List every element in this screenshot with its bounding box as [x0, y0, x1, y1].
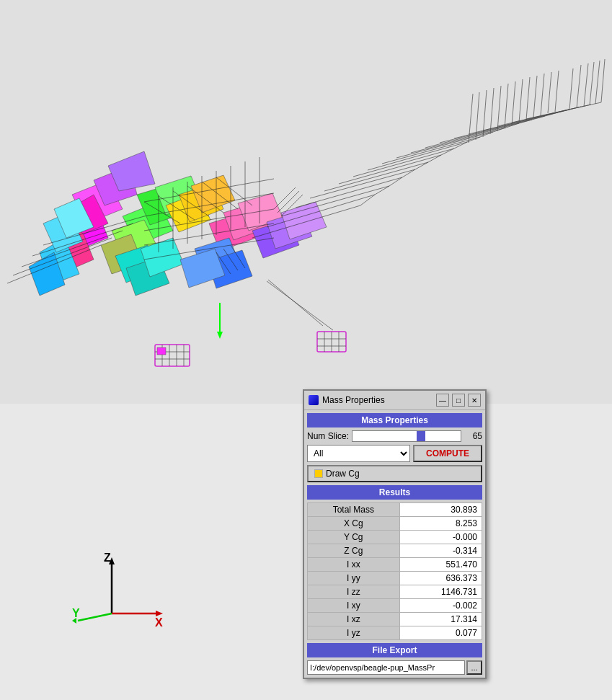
result-value: 30.893 — [399, 503, 482, 517]
table-row: I yy 636.373 — [308, 572, 482, 585]
table-row: I xz 17.314 — [308, 613, 482, 626]
cg-icon — [314, 469, 323, 478]
table-row: I yz 0.077 — [308, 626, 482, 640]
result-value: -0.000 — [399, 531, 482, 544]
svg-line-137 — [78, 613, 112, 621]
result-label: I xz — [308, 613, 400, 626]
result-label: I zz — [308, 585, 400, 599]
result-value: 551.470 — [399, 558, 482, 572]
result-value: -0.314 — [399, 544, 482, 558]
num-slice-label: Num Slice: — [307, 431, 349, 441]
table-row: I xx 551.470 — [308, 558, 482, 572]
svg-text:Z: Z — [104, 551, 111, 564]
mass-properties-header: Mass Properties — [307, 413, 482, 427]
titlebar-left: Mass Properties — [309, 395, 385, 405]
maximize-button[interactable]: □ — [452, 394, 465, 407]
slice-slider[interactable] — [352, 430, 461, 442]
aircraft-mesh — [0, 0, 612, 404]
file-export-header: File Export — [307, 643, 482, 657]
table-row: I zz 1146.731 — [308, 585, 482, 599]
svg-text:X: X — [155, 616, 163, 628]
close-button[interactable]: ✕ — [468, 394, 481, 407]
result-label: I xx — [308, 558, 400, 572]
draw-cg-button[interactable]: Draw Cg — [307, 465, 482, 482]
result-label: I yy — [308, 572, 400, 585]
svg-marker-141 — [156, 611, 163, 616]
num-slice-row: Num Slice: 65 — [307, 430, 482, 442]
minimize-button[interactable]: — — [436, 394, 449, 407]
result-value: 1146.731 — [399, 585, 482, 599]
result-value: 8.253 — [399, 517, 482, 531]
slice-value: 65 — [464, 431, 482, 441]
svg-rect-126 — [157, 347, 166, 355]
file-export-section: File Export ... — [307, 643, 482, 675]
result-value: 636.373 — [399, 572, 482, 585]
results-table: Total Mass 30.893 X Cg 8.253 Y Cg -0.000… — [307, 502, 482, 640]
result-label: I xy — [308, 599, 400, 613]
result-value: 17.314 — [399, 613, 482, 626]
dialog-title: Mass Properties — [322, 395, 385, 405]
result-label: Y Cg — [308, 531, 400, 544]
result-value: 0.077 — [399, 626, 482, 640]
table-row: Total Mass 30.893 — [308, 503, 482, 517]
file-path-input[interactable] — [307, 660, 465, 675]
results-header: Results — [307, 485, 482, 500]
svg-text:Y: Y — [72, 607, 80, 619]
axis-svg: Z Y X — [72, 549, 166, 628]
file-export-row: ... — [307, 660, 482, 675]
dialog-titlebar: Mass Properties — □ ✕ — [304, 391, 485, 410]
dialog-content: Mass Properties Num Slice: 65 All COMPUT… — [304, 410, 485, 678]
table-row: Z Cg -0.314 — [308, 544, 482, 558]
table-row: Y Cg -0.000 — [308, 531, 482, 544]
browse-button[interactable]: ... — [466, 660, 482, 675]
result-label: Z Cg — [308, 544, 400, 558]
mass-properties-dialog: Mass Properties — □ ✕ Mass Properties Nu… — [303, 389, 487, 679]
table-row: X Cg 8.253 — [308, 517, 482, 531]
titlebar-buttons: — □ ✕ — [436, 394, 481, 407]
axis-indicator: Z Y X — [72, 549, 166, 628]
table-row: I xy -0.002 — [308, 599, 482, 613]
result-label: I yz — [308, 626, 400, 640]
result-label: Total Mass — [308, 503, 400, 517]
compute-button[interactable]: COMPUTE — [413, 445, 482, 462]
result-label: X Cg — [308, 517, 400, 531]
scope-select[interactable]: All — [307, 445, 410, 462]
result-value: -0.002 — [399, 599, 482, 613]
compute-row: All COMPUTE — [307, 445, 482, 462]
draw-cg-label: Draw Cg — [326, 469, 360, 479]
dialog-icon — [309, 395, 319, 405]
